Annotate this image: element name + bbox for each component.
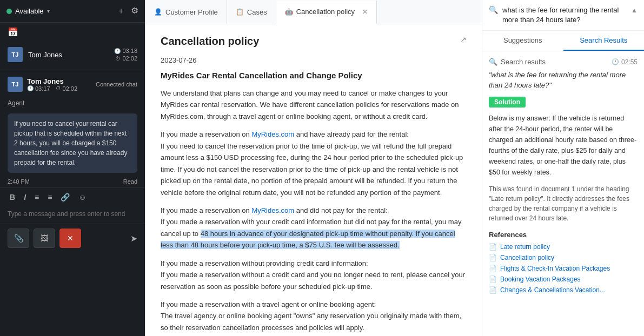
read-status: Read <box>123 178 137 185</box>
active-avatar-initials: TJ <box>12 81 19 88</box>
bot-icon: 🤖 <box>285 8 293 16</box>
chat-toolbar: B I ≡ ≡ 🔗 ☺ <box>0 187 145 207</box>
link-button[interactable]: 🔗 <box>58 192 72 203</box>
clock2-icon: 🕐 <box>27 85 34 91</box>
availability-label: Available <box>15 7 44 15</box>
add-icon[interactable]: ＋ <box>117 5 125 17</box>
avatar: TJ <box>8 47 23 62</box>
contact-name: Tom Jones <box>28 51 109 59</box>
solution-badge: Solution <box>489 97 526 107</box>
main-content: 👤 Customer Profile 📋 Cases 🤖 Cancellatio… <box>145 0 482 336</box>
search-icon: 🔍 <box>489 5 498 14</box>
close-tab-icon[interactable]: ✕ <box>362 8 368 16</box>
sidebar-action-icons: ＋ ⚙ <box>117 5 138 17</box>
search-result-time: 🕐 02:55 <box>612 58 638 66</box>
search-result-header: 🔍 Search results 🕐 02:55 <box>489 58 638 66</box>
contact-times: 🕐 03:18 ⏱ 02:02 <box>114 48 137 62</box>
ref-item-2[interactable]: 📄 Flights & Check-In Vacation Packages <box>489 265 638 272</box>
references-section: References 📄 Late return policy 📄 Cancel… <box>489 231 638 294</box>
right-panel: 🔍 what is the fee for returning the rent… <box>482 0 644 336</box>
search-query-display: "what is the fee for returning the renta… <box>489 70 638 90</box>
contact-time2: ⏱ 02:02 <box>114 55 137 62</box>
doc-paragraph-1: If you made a reservation on MyRides.com… <box>161 129 467 198</box>
doc-paragraph-2: If you made a reservation on MyRides.com… <box>161 205 467 251</box>
search-header: 🔍 what is the fee for returning the rent… <box>482 0 644 31</box>
active-chat-times: 🕐 03:17 ⏱ 02:02 <box>27 85 91 92</box>
solution-text: Below is my answer: If the vehicle is re… <box>489 113 638 178</box>
attachment-button[interactable]: 📎 <box>8 229 29 248</box>
doc-paragraph-0: We understand that plans can change and … <box>161 88 467 122</box>
cases-icon: 📋 <box>236 8 244 16</box>
divider <box>0 70 145 70</box>
clock-icon: 🕐 <box>114 48 121 54</box>
doc-icon-1: 📄 <box>489 254 497 261</box>
italic-button[interactable]: I <box>22 192 28 203</box>
doc-icon-3: 📄 <box>489 275 497 283</box>
found-in-text: This was found in document 1 under the h… <box>489 184 638 223</box>
doc-date: 2023-07-26 <box>161 56 467 64</box>
panel-body: 🔍 Search results 🕐 02:55 "what is the fe… <box>482 51 644 336</box>
end-chat-button[interactable]: ✕ <box>59 229 81 248</box>
image-icon: 🖼 <box>41 234 48 243</box>
search-query-box[interactable]: what is the fee for returning the rental… <box>502 5 627 25</box>
contact-item[interactable]: TJ Tom Jones 🕐 03:18 ⏱ 02:02 <box>0 42 145 68</box>
tab-cancellation-label: Cancellation policy <box>296 8 355 16</box>
active-avatar: TJ <box>8 77 23 92</box>
ref-item-4[interactable]: 📄 Changes & Cancellations Vacation... <box>489 286 638 294</box>
tab-cases-label: Cases <box>247 8 267 16</box>
doc-title: MyRides Car Rental Cancellation and Chan… <box>161 71 467 80</box>
page-title: Cancellation policy <box>161 35 259 48</box>
sidebar-header: Available ▾ ＋ ⚙ <box>0 0 145 23</box>
ref-item-0[interactable]: 📄 Late return policy <box>489 243 638 251</box>
bold-button[interactable]: B <box>8 192 17 203</box>
message-container: If you need to cancel your rental car pi… <box>0 110 145 176</box>
chat-input-area <box>0 207 145 224</box>
active-chat-header: TJ Tom Jones 🕐 03:17 ⏱ 02:02 Connected c… <box>0 72 145 96</box>
search-result-label: 🔍 Search results <box>489 58 546 66</box>
timer2-icon: ⏱ <box>56 85 61 91</box>
profile-icon: 👤 <box>154 8 162 16</box>
chevron-down-icon: ▾ <box>47 8 50 14</box>
active-user-info: Tom Jones 🕐 03:17 ⏱ 02:02 <box>27 77 91 92</box>
highlight-1: 48 hours in advance of your designated p… <box>161 230 455 249</box>
timestamp-read-row: 2:40 PM Read <box>0 176 145 187</box>
unordered-list-button[interactable]: ≡ <box>32 192 41 203</box>
active-time1: 🕐 03:17 <box>27 85 50 92</box>
tab-cancellation-policy[interactable]: 🤖 Cancellation policy ✕ <box>276 1 377 24</box>
clock-icon-3: 🕐 <box>612 58 619 65</box>
ref-item-3[interactable]: 📄 Booking Vacation Packages <box>489 275 638 283</box>
attachment-icon: 📎 <box>14 234 23 243</box>
send-button[interactable]: ➤ <box>130 233 137 244</box>
tab-search-results[interactable]: Search Results <box>563 31 645 51</box>
references-title: References <box>489 231 638 239</box>
availability-dot <box>6 9 12 14</box>
collapse-icon[interactable]: ▲ <box>631 6 638 14</box>
myrides-link-1[interactable]: MyRides.com <box>251 130 294 138</box>
tab-cases[interactable]: 📋 Cases <box>227 0 276 24</box>
tab-customer-profile[interactable]: 👤 Customer Profile <box>145 0 227 24</box>
end-icon: ✕ <box>67 234 74 243</box>
availability-status[interactable]: Available ▾ <box>6 7 50 15</box>
agent-label: Agent <box>0 96 145 110</box>
gear-icon[interactable]: ⚙ <box>131 5 138 17</box>
tabs-bar: 👤 Customer Profile 📋 Cases 🤖 Cancellatio… <box>145 0 482 24</box>
chat-bottom-icons: 📎 🖼 ✕ ➤ <box>0 224 145 252</box>
tab-suggestions[interactable]: Suggestions <box>482 31 563 51</box>
content-header: Cancellation policy ↗ <box>161 35 467 48</box>
myrides-link-2[interactable]: MyRides.com <box>251 206 294 214</box>
ref-item-1[interactable]: 📄 Cancellation policy <box>489 254 638 261</box>
calendar-icon: 📅 <box>8 27 18 37</box>
contact-time1: 🕐 03:18 <box>114 48 137 54</box>
doc-paragraph-4: If you made a reservation with a travel … <box>161 299 467 333</box>
image-button[interactable]: 🖼 <box>34 229 55 248</box>
ordered-list-button[interactable]: ≡ <box>45 192 54 203</box>
search-icon-2: 🔍 <box>489 58 497 66</box>
active-time2: ⏱ 02:02 <box>56 85 78 92</box>
external-link-icon[interactable]: ↗ <box>460 35 467 44</box>
chat-input[interactable] <box>8 210 137 218</box>
timer-icon: ⏱ <box>115 56 121 62</box>
message-timestamp: 2:40 PM <box>8 178 30 185</box>
sidebar: Available ▾ ＋ ⚙ 📅 TJ Tom Jones 🕐 03:18 ⏱… <box>0 0 145 336</box>
emoji-button[interactable]: ☺ <box>76 192 88 203</box>
tab-customer-profile-label: Customer Profile <box>165 8 218 16</box>
